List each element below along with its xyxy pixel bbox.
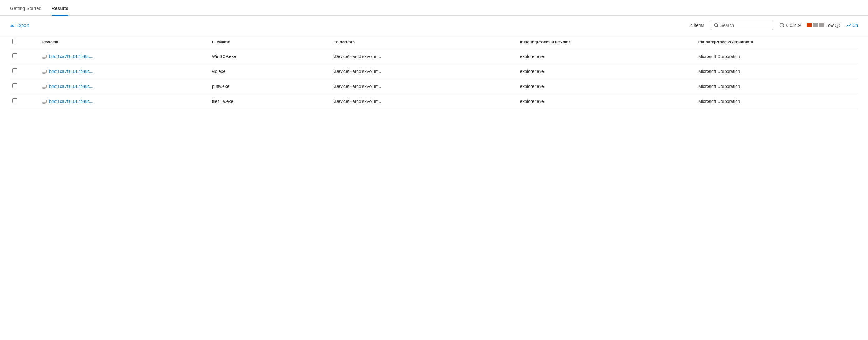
device-icon [41, 55, 46, 59]
device-icon [41, 100, 46, 104]
col-header-initiating-process-file-name: InitiatingProcessFileName [517, 35, 696, 49]
export-button[interactable]: Export [10, 23, 29, 28]
svg-rect-13 [42, 85, 46, 88]
row-file-name-cell-3: filezilla.exe [210, 94, 331, 109]
device-id-link-3[interactable]: b4cf1ca7f14017b48c... [49, 99, 93, 104]
severity-block-gray1 [813, 23, 818, 28]
row-device-id-cell-0: b4cf1ca7f14017b48c... [39, 49, 209, 64]
row-file-name-cell-0: WinSCP.exe [210, 49, 331, 64]
row-checkbox-0[interactable] [12, 53, 18, 58]
svg-line-1 [717, 26, 718, 28]
row-checkbox-2[interactable] [12, 83, 18, 88]
table-row: b4cf1ca7f14017b48c... WinSCP.exe \Device… [10, 49, 858, 64]
col-header-initiating-process-version-info: InitiatingProcessVersionInfo [696, 35, 858, 49]
svg-rect-5 [42, 55, 46, 58]
severity-section: Low i [807, 23, 840, 28]
row-device-id-cell-2: b4cf1ca7f14017b48c... [39, 79, 209, 94]
severity-info-icon[interactable]: i [835, 23, 840, 28]
svg-line-4 [782, 25, 783, 26]
row-init-proc-ver-cell-2: Microsoft Corporation [696, 79, 858, 94]
toolbar: Export 4 items 0:0.219 Low i Ch [0, 15, 868, 35]
row-init-proc-cell-1: explorer.exe [517, 64, 696, 79]
row-file-name-cell-1: vlc.exe [210, 64, 331, 79]
search-icon [714, 23, 718, 28]
row-init-proc-cell-0: explorer.exe [517, 49, 696, 64]
col-header-folder-path: FolderPath [331, 35, 517, 49]
device-id-link-0[interactable]: b4cf1ca7f14017b48c... [49, 54, 93, 59]
results-table: DeviceId FileName FolderPath InitiatingP… [10, 35, 858, 109]
results-table-container: DeviceId FileName FolderPath InitiatingP… [0, 35, 868, 109]
device-icon [41, 70, 46, 74]
timer-icon [779, 23, 784, 28]
row-folder-path-cell-0: \Device\HarddiskVolum... [331, 49, 517, 64]
row-folder-path-cell-1: \Device\HarddiskVolum... [331, 64, 517, 79]
row-checkbox-cell [10, 94, 39, 109]
row-init-proc-ver-cell-3: Microsoft Corporation [696, 94, 858, 109]
table-row: b4cf1ca7f14017b48c... putty.exe \Device\… [10, 79, 858, 94]
timer-value: 0:0.219 [786, 23, 801, 28]
timer-section: 0:0.219 [779, 23, 801, 28]
severity-block-orange [807, 23, 812, 28]
tab-bar: Getting Started Results [0, 0, 868, 15]
col-header-file-name: FileName [210, 35, 331, 49]
row-folder-path-cell-2: \Device\HarddiskVolum... [331, 79, 517, 94]
row-checkbox-cell [10, 49, 39, 64]
search-input[interactable] [720, 23, 770, 28]
row-checkbox-1[interactable] [12, 68, 18, 73]
export-icon [10, 23, 14, 28]
row-init-proc-ver-cell-0: Microsoft Corporation [696, 49, 858, 64]
row-file-name-cell-2: putty.exe [210, 79, 331, 94]
row-init-proc-cell-2: explorer.exe [517, 79, 696, 94]
table-row: b4cf1ca7f14017b48c... filezilla.exe \Dev… [10, 94, 858, 109]
svg-rect-9 [42, 70, 46, 73]
severity-block-gray2 [819, 23, 824, 28]
select-all-checkbox[interactable] [12, 39, 18, 44]
device-id-link-2[interactable]: b4cf1ca7f14017b48c... [49, 84, 93, 89]
row-device-id-cell-3: b4cf1ca7f14017b48c... [39, 94, 209, 109]
row-init-proc-ver-cell-1: Microsoft Corporation [696, 64, 858, 79]
row-init-proc-cell-3: explorer.exe [517, 94, 696, 109]
tab-getting-started[interactable]: Getting Started [10, 6, 41, 15]
row-folder-path-cell-3: \Device\HarddiskVolum... [331, 94, 517, 109]
row-checkbox-cell [10, 79, 39, 94]
items-count: 4 items [690, 23, 704, 28]
col-header-checkbox [10, 35, 39, 49]
row-device-id-cell-1: b4cf1ca7f14017b48c... [39, 64, 209, 79]
chart-label: Ch [852, 23, 858, 28]
row-checkbox-3[interactable] [12, 98, 18, 103]
table-row: b4cf1ca7f14017b48c... vlc.exe \Device\Ha… [10, 64, 858, 79]
svg-rect-17 [42, 100, 46, 103]
device-icon [41, 84, 46, 89]
tab-results[interactable]: Results [52, 6, 68, 15]
device-id-link-1[interactable]: b4cf1ca7f14017b48c... [49, 69, 93, 74]
severity-label: Low [826, 23, 834, 28]
col-header-device-id: DeviceId [39, 35, 209, 49]
table-header-row: DeviceId FileName FolderPath InitiatingP… [10, 35, 858, 49]
search-box[interactable] [711, 21, 773, 30]
row-checkbox-cell [10, 64, 39, 79]
chart-section[interactable]: Ch [846, 23, 858, 28]
chart-icon [846, 23, 851, 28]
